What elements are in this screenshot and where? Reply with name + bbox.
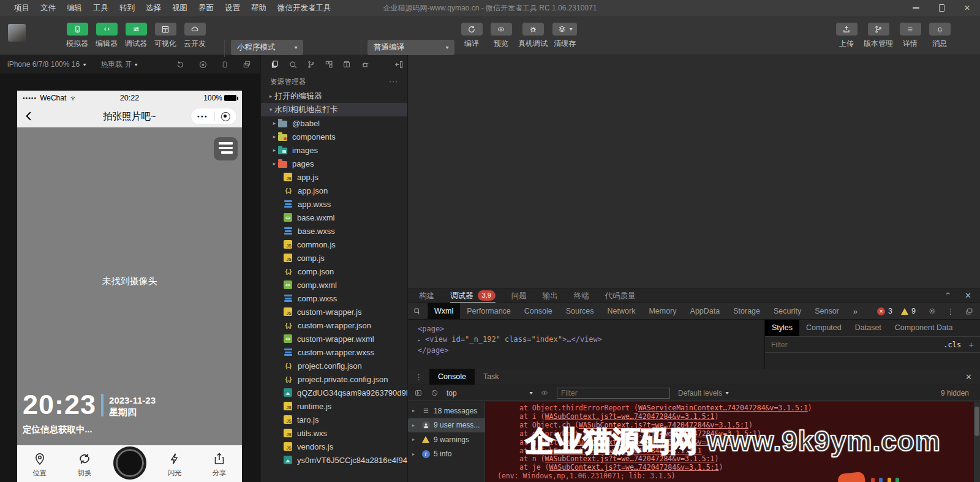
minimize-button[interactable]	[903, 0, 929, 16]
project-root-item[interactable]: ▾水印相机地点打卡	[261, 103, 407, 116]
tab-debugger[interactable]: 调试器3,9	[450, 288, 496, 303]
devtools-tab-storage[interactable]: Storage	[726, 303, 767, 320]
flash-button[interactable]: 闪光	[152, 445, 197, 482]
show-sidebar-icon[interactable]	[414, 389, 423, 397]
component-data-tab[interactable]: Component Data	[888, 320, 960, 336]
task-tab[interactable]: Task	[475, 369, 508, 385]
devtools-tab-performance[interactable]: Performance	[460, 303, 518, 320]
multi-window-icon[interactable]	[242, 60, 252, 69]
clear-cache-button[interactable]: ▾ 清缓存	[552, 23, 577, 49]
context-select[interactable]: top▾	[447, 389, 532, 397]
menu-goto[interactable]: 转到	[114, 0, 140, 16]
more-actions-icon[interactable]: ···	[389, 77, 398, 86]
cls-button[interactable]: .cls	[943, 341, 961, 349]
collapse-panel-icon[interactable]: ⌃	[944, 291, 951, 300]
back-icon[interactable]	[23, 110, 35, 122]
tree-file[interactable]: {..}project.private.config.json	[261, 372, 407, 386]
tab-problems[interactable]: 问题	[511, 288, 527, 303]
dataset-tab[interactable]: Dataset	[848, 320, 888, 336]
devtools-tab-sensor[interactable]: Sensor	[808, 303, 846, 320]
tree-file[interactable]: <>base.wxml	[261, 211, 407, 224]
tree-file[interactable]: JSutils.wxs	[261, 426, 407, 440]
live-expression-icon[interactable]	[540, 390, 549, 396]
menu-edit[interactable]: 编辑	[61, 0, 88, 16]
tree-file[interactable]: base.wxss	[261, 224, 407, 238]
gear-icon[interactable]	[928, 307, 937, 315]
add-style-icon[interactable]: +	[968, 339, 974, 350]
hamburger-menu-icon[interactable]	[214, 137, 238, 160]
capsule-menu-icon[interactable]: ●●●	[197, 115, 208, 119]
log-levels-select[interactable]: Default levels▾	[678, 389, 728, 397]
menu-settings[interactable]: 设置	[219, 0, 246, 16]
tree-file[interactable]: comp.wxss	[261, 292, 407, 305]
phone-frame-icon[interactable]	[221, 60, 228, 69]
record-stop-icon[interactable]	[198, 60, 208, 69]
group-user-messages[interactable]: ▸9 user mess...	[408, 418, 486, 433]
tree-file[interactable]: {..}project.config.json	[261, 359, 407, 372]
preview-button[interactable]: 预览	[489, 23, 513, 49]
source-link[interactable]: WAServiceMainContext…742047284&v=3.1.5:1	[638, 404, 808, 412]
tree-file[interactable]: <>custom-wrapper.wxml	[261, 332, 407, 345]
wxml-code-pane[interactable]: <page> ▸<view id="_n_192" class="index">…	[408, 319, 764, 369]
tree-file[interactable]: {..}custom-wrapper.json	[261, 318, 407, 332]
devtools-tab-security[interactable]: Security	[767, 303, 808, 320]
tree-file[interactable]: JStaro.js	[261, 413, 407, 426]
more-tabs-icon[interactable]: »	[846, 307, 865, 316]
search-icon[interactable]	[288, 60, 298, 69]
tree-file[interactable]: {..}comp.json	[261, 265, 407, 278]
messages-button[interactable]: 消息	[927, 23, 952, 49]
source-link[interactable]: WASubContext.js?t=we…742047284&v=3.1.5:1	[549, 463, 718, 472]
menu-project[interactable]: 项目	[9, 0, 35, 16]
cloud-dev-button[interactable]: 云开发	[183, 23, 207, 49]
device-select[interactable]: iPhone 6/7/8 100% 16 ▾	[7, 60, 86, 69]
mode-select[interactable]: 小程序模式 ▾	[231, 40, 303, 55]
hot-reload-select[interactable]: 热重载 开 ▾	[100, 59, 137, 70]
tree-file[interactable]: JSapp.js	[261, 170, 407, 184]
devtools-tab-memory[interactable]: Memory	[642, 303, 683, 320]
tree-file[interactable]: app.wxss	[261, 197, 407, 211]
open-editors-section[interactable]: ▸打开的编辑器	[261, 89, 407, 103]
package-icon[interactable]	[342, 60, 351, 69]
tree-folder[interactable]: ▸images	[261, 143, 407, 157]
menu-file[interactable]: 文件	[35, 0, 61, 16]
devtools-tab-network[interactable]: Network	[601, 303, 643, 320]
menu-devtools[interactable]: 微信开发者工具	[272, 0, 337, 16]
devtools-tab-appdata[interactable]: AppData	[684, 303, 727, 320]
menu-interface[interactable]: 界面	[193, 0, 219, 16]
tab-terminal[interactable]: 终端	[574, 288, 589, 303]
menu-view[interactable]: 视图	[167, 0, 193, 16]
tree-file[interactable]: JScustom-wrapper.js	[261, 305, 407, 318]
maximize-button[interactable]	[929, 0, 954, 16]
source-link[interactable]: WASubContext.js?t=we…742047284&v=3.1.5:1	[545, 412, 715, 421]
devtools-tab-console[interactable]: Console	[518, 303, 559, 320]
debugger-toggle-button[interactable]: 调试器	[124, 23, 148, 49]
location-button[interactable]: 位置	[17, 445, 62, 482]
devtools-tab-sources[interactable]: Sources	[559, 303, 601, 320]
upload-button[interactable]: 上传	[834, 23, 859, 49]
menu-select[interactable]: 选择	[140, 0, 167, 16]
capsule-close-icon[interactable]	[221, 112, 230, 121]
tree-file[interactable]: qQZdUG34qsam9a9263790d9b...	[261, 386, 407, 399]
group-warnings[interactable]: ▸9 warnings	[408, 432, 484, 447]
blocks-icon[interactable]	[325, 60, 333, 69]
close-panel-icon[interactable]: ✕	[965, 291, 971, 300]
console-scrollbar[interactable]	[974, 402, 980, 482]
tab-build[interactable]: 构建	[419, 288, 434, 303]
dock-panel-icon[interactable]	[965, 307, 974, 315]
editor-toggle-button[interactable]: 编辑器	[94, 23, 119, 49]
menu-tools[interactable]: 工具	[88, 0, 114, 16]
version-control-button[interactable]: 版本管理	[864, 23, 893, 49]
styles-tab[interactable]: Styles	[765, 320, 799, 336]
rotate-icon[interactable]	[176, 60, 185, 69]
devtools-tab-wxml[interactable]: Wxml	[428, 303, 460, 320]
tree-folder[interactable]: ▸pages	[261, 157, 407, 170]
menu-help[interactable]: 帮助	[246, 0, 272, 16]
group-info[interactable]: ▸i5 info	[408, 447, 484, 462]
styles-filter-input[interactable]	[771, 341, 943, 349]
group-all-messages[interactable]: ▸18 messages	[408, 404, 484, 418]
close-console-icon[interactable]: ✕	[965, 372, 972, 382]
tree-folder[interactable]: ▸components	[261, 130, 407, 143]
kebab-menu-icon[interactable]: ⋮	[947, 307, 955, 316]
tree-file[interactable]: JSvendors.js	[261, 440, 407, 453]
tree-file[interactable]: <>comp.wxml	[261, 278, 407, 292]
